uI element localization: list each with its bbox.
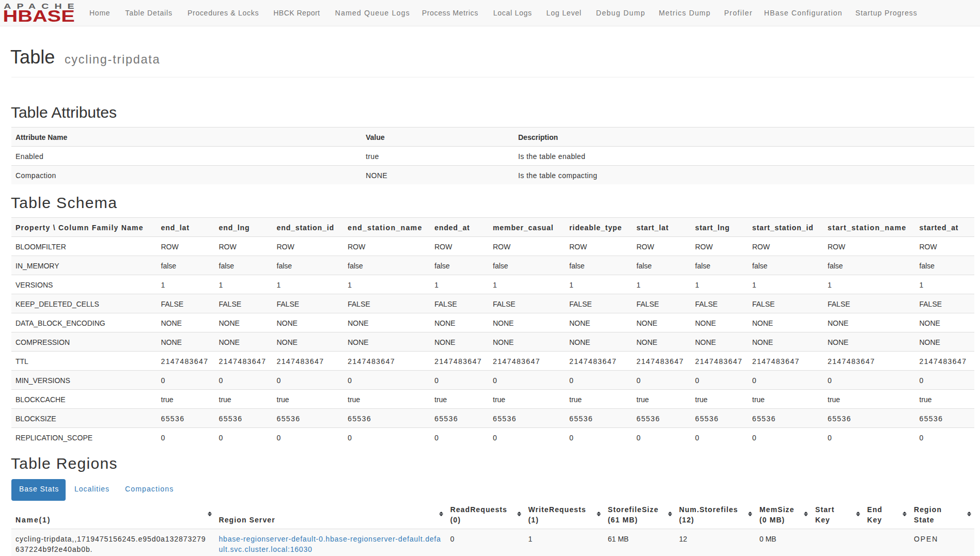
svg-text:HBASE: HBASE — [3, 7, 75, 25]
